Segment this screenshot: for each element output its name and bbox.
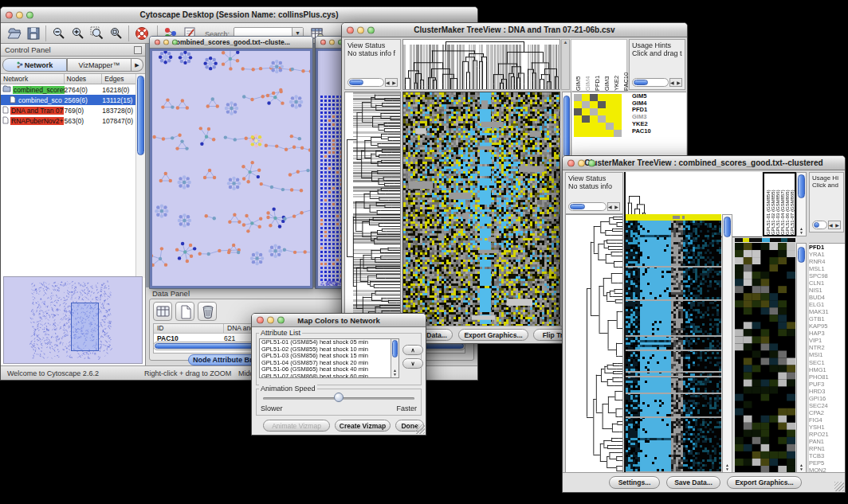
scroll-arrows-icon[interactable]: ▲▼ xyxy=(391,369,398,377)
scrollbar-thumb[interactable] xyxy=(634,80,648,85)
scrollbar-thumb[interactable] xyxy=(724,217,731,237)
gene-label[interactable]: NTR2 xyxy=(809,344,845,351)
network-tree-row[interactable]: RNAPuberNov2+563(0)107847(0) xyxy=(1,115,145,126)
zoom-out-icon[interactable] xyxy=(52,26,66,41)
zoom-button[interactable] xyxy=(26,11,33,18)
float-panel-icon[interactable] xyxy=(134,46,142,54)
gene-label[interactable]: SPC98 xyxy=(809,272,845,279)
tab-network[interactable]: Network xyxy=(2,58,67,72)
minimize-button[interactable] xyxy=(578,159,585,166)
treeview1-button-1[interactable]: Export Graphics... xyxy=(458,329,528,341)
gene-label[interactable]: MAK31 xyxy=(809,308,845,315)
network-window-1-titlebar[interactable]: combined_scores_good.txt--cluste... xyxy=(150,37,312,49)
zoom-button[interactable] xyxy=(588,159,595,166)
treeview2-button-2[interactable]: Export Graphics... xyxy=(727,476,802,489)
treeview2-titlebar[interactable]: ClusterMaker TreeView : combined_scores_… xyxy=(563,156,845,170)
panel-scrollbar[interactable]: ◀ ▶ xyxy=(812,221,841,229)
gene-label[interactable]: CLN1 xyxy=(809,279,845,287)
gene-label[interactable]: PFD1 xyxy=(809,244,845,251)
minimize-button[interactable] xyxy=(329,40,335,45)
gene-label[interactable]: PAN1 xyxy=(809,438,845,445)
gene-label[interactable]: SEC1 xyxy=(809,359,845,366)
minimize-button[interactable] xyxy=(357,26,364,33)
zoom-selected-icon[interactable] xyxy=(90,26,104,41)
scrollbar-track[interactable] xyxy=(568,202,607,211)
open-session-icon[interactable] xyxy=(7,26,22,41)
gene-label[interactable]: FIG4 xyxy=(809,416,845,424)
save-session-icon[interactable] xyxy=(26,26,41,41)
column-labels-scrollbar[interactable]: ▲▼ xyxy=(796,172,807,236)
zoom-button[interactable] xyxy=(277,317,285,324)
panel-scrollbar[interactable]: ◀ ▶ xyxy=(632,78,682,87)
scrollbar-thumb[interactable] xyxy=(137,76,144,155)
close-button[interactable] xyxy=(567,159,575,166)
gene-label[interactable]: ELG1 xyxy=(809,301,845,308)
heatmap-canvas[interactable] xyxy=(626,214,721,473)
gene-label[interactable]: PUF3 xyxy=(809,381,845,388)
delete-attribute-icon[interactable] xyxy=(198,302,217,321)
gene-label[interactable]: PHO81 xyxy=(809,373,845,381)
move-up-button[interactable]: ∧ xyxy=(402,345,423,355)
animate-vizmap-button[interactable]: Animate Vizmap xyxy=(263,420,330,432)
scroll-arrows-icon[interactable]: ▲▼ xyxy=(797,463,806,471)
gene-label[interactable]: HAP3 xyxy=(809,330,845,337)
birdseye-canvas[interactable] xyxy=(4,277,141,363)
scrollbar-thumb[interactable] xyxy=(814,222,819,228)
scroll-arrows-icon[interactable]: ▲▼ xyxy=(723,463,732,471)
close-button[interactable] xyxy=(347,26,354,33)
treeview2-button-1[interactable]: Save Data... xyxy=(666,476,720,489)
gene-label[interactable]: BUD4 xyxy=(809,294,845,301)
gene-label[interactable]: NIS1 xyxy=(809,287,845,294)
speed-slider-thumb[interactable] xyxy=(334,393,344,402)
scroll-arrows-icon[interactable]: ◀ ▶ xyxy=(607,202,620,211)
gene-label[interactable]: GTB1 xyxy=(809,315,845,322)
scrollbar-thumb[interactable] xyxy=(798,174,805,198)
control-panel-scrollbar[interactable] xyxy=(135,74,145,278)
scrollbar-track[interactable] xyxy=(347,78,384,87)
heatmap-vscrollbar[interactable]: ▲▼ xyxy=(722,214,732,473)
gene-label[interactable]: PEP5 xyxy=(809,459,845,467)
scroll-arrows-icon[interactable]: ▲▼ xyxy=(797,227,806,235)
gene-label[interactable]: HMG1 xyxy=(809,366,845,373)
dialog-titlebar[interactable]: Map Colors to Network xyxy=(252,314,426,327)
gene-label[interactable]: RPN1 xyxy=(809,445,845,452)
scrollbar-thumb[interactable] xyxy=(798,247,805,263)
close-button[interactable] xyxy=(6,11,13,18)
zoom-in-icon[interactable] xyxy=(71,26,85,41)
close-button[interactable] xyxy=(257,317,264,324)
scroll-arrows-icon[interactable]: ◀ ▶ xyxy=(385,78,398,87)
resize-grip[interactable] xyxy=(415,424,425,434)
gene-label[interactable]: MSI1 xyxy=(809,351,845,358)
network-tree-row[interactable]: DNA and Tran 07769(0)183728(0) xyxy=(1,105,145,115)
gene-label[interactable]: RPO21 xyxy=(809,431,845,438)
scroll-arrows-icon[interactable]: ◀ ▶ xyxy=(669,78,682,87)
network-tree-row[interactable]: combined_scores2764(0)16218(0) xyxy=(1,84,145,95)
panel-scrollbar[interactable]: ◀ ▶ xyxy=(347,78,398,87)
attribute-list-item[interactable]: GPL51-07 (GSM868) heat shock 60 min xyxy=(260,373,398,379)
gene-label[interactable]: VIP1 xyxy=(809,337,845,344)
gene-label[interactable]: TCB3 xyxy=(809,452,845,459)
gene-label[interactable]: YSH1 xyxy=(809,424,845,431)
zoom-heatmap-vscrollbar[interactable]: ▲▼ xyxy=(796,243,807,473)
scroll-arrows-icon[interactable]: ◀ ▶ xyxy=(828,221,841,229)
treeview1-titlebar[interactable]: ClusterMaker TreeView : DNA and Tran 07-… xyxy=(342,23,687,37)
zoom-fit-icon[interactable] xyxy=(109,26,124,41)
help-lifesaver-icon[interactable] xyxy=(135,26,151,41)
scrollbar-track[interactable] xyxy=(812,221,827,229)
scrollbar-thumb[interactable] xyxy=(563,96,570,158)
gene-label[interactable]: HRD3 xyxy=(809,388,845,395)
column-header-id[interactable]: ID xyxy=(154,324,224,333)
minimize-button[interactable] xyxy=(163,40,169,45)
main-titlebar[interactable]: Cytoscape Desktop (Session Name: collins… xyxy=(1,7,477,23)
attribute-list-scrollbar[interactable]: ▲▼ xyxy=(391,339,398,377)
panel-scrollbar[interactable]: ◀ ▶ xyxy=(568,202,620,211)
resize-grip[interactable] xyxy=(834,482,844,491)
gene-label[interactable]: MSL1 xyxy=(809,265,845,272)
network-tree-row[interactable]: combined_sco2569(6)13112(15) xyxy=(1,95,145,105)
network-view-canvas[interactable] xyxy=(152,51,310,286)
new-attribute-icon[interactable] xyxy=(175,302,194,321)
gene-label[interactable]: KAP95 xyxy=(809,322,845,330)
minimize-button[interactable] xyxy=(16,11,23,18)
minimize-button[interactable] xyxy=(267,317,274,324)
treeview2-button-0[interactable]: Settings... xyxy=(609,476,660,489)
